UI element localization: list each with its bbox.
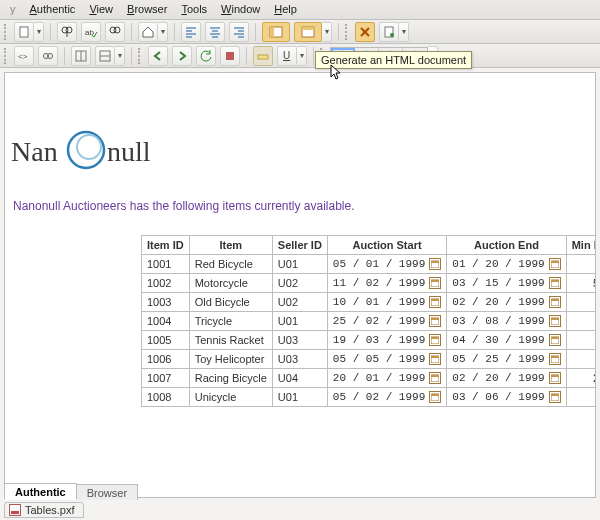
svg-rect-60 [551,337,559,339]
svg-point-26 [390,33,394,37]
calendar-icon[interactable] [549,353,561,365]
cell-auction-end[interactable]: 01 / 20 / 1999 [447,255,566,274]
cell-item-name: Old Bicycle [189,293,272,312]
align-center-icon[interactable] [205,22,225,42]
menu-truncated-left: y [4,1,22,18]
cell-auction-start[interactable]: 11 / 02 / 1999 [327,274,446,293]
cell-min-bid: 200 [566,369,596,388]
script-dropdown[interactable] [399,22,409,42]
toolbar-grip[interactable] [4,24,8,40]
calendar-icon[interactable] [429,372,441,384]
cell-auction-end[interactable]: 03 / 15 / 1999 [447,274,566,293]
table-row[interactable]: 1006Toy HelicopterU0305 / 05 / 199905 / … [142,350,597,369]
toolbar-grip[interactable] [4,48,8,64]
home-icon[interactable] [138,22,158,42]
menu-browser[interactable]: Browser [121,1,173,18]
svg-rect-22 [302,27,314,30]
cell-item-id: 1005 [142,331,190,350]
table-row[interactable]: 1007Racing BicycleU0420 / 01 / 199902 / … [142,369,597,388]
nav-forward-icon[interactable] [172,46,192,66]
table-row[interactable]: 1003Old BicycleU0210 / 01 / 199902 / 20 … [142,293,597,312]
cell-auction-start[interactable]: 05 / 01 / 1999 [327,255,446,274]
find-replace-icon[interactable] [105,22,125,42]
align-right-icon[interactable] [229,22,249,42]
split-view-icon[interactable] [71,46,91,66]
script-icon[interactable] [379,22,399,42]
menu-authentic[interactable]: AAuthenticuthentic [24,1,82,18]
svg-point-39 [77,135,101,159]
view-mode-b[interactable] [294,22,322,42]
new-dropdown[interactable] [34,22,44,42]
cell-auction-end[interactable]: 02 / 20 / 1999 [447,369,566,388]
cell-auction-end[interactable]: 03 / 06 / 1999 [447,388,566,407]
view-tabs: Authentic Browser [4,482,137,500]
home-dropdown[interactable] [158,22,168,42]
table-row[interactable]: 1002MotorcycleU0211 / 02 / 199903 / 15 /… [142,274,597,293]
view-mode-a[interactable] [262,22,290,42]
cell-auction-start[interactable]: 10 / 01 / 1999 [327,293,446,312]
cell-auction-start[interactable]: 05 / 02 / 1999 [327,388,446,407]
format-dropdown[interactable] [297,46,307,66]
cell-auction-end[interactable]: 05 / 25 / 1999 [447,350,566,369]
calendar-icon[interactable] [549,372,561,384]
col-auction-start: Auction Start [327,236,446,255]
calendar-icon[interactable] [549,296,561,308]
menu-tools[interactable]: Tools [175,1,213,18]
calendar-icon[interactable] [549,334,561,346]
stop-icon[interactable] [220,46,240,66]
calendar-icon[interactable] [549,277,561,289]
calendar-icon[interactable] [429,391,441,403]
table-row[interactable]: 1005Tennis RacketU0319 / 03 / 199904 / 3… [142,331,597,350]
calendar-icon[interactable] [549,258,561,270]
cell-auction-end[interactable]: 03 / 08 / 1999 [447,312,566,331]
cell-auction-start[interactable]: 25 / 02 / 1999 [327,312,446,331]
table-row[interactable]: 1008UnicycleU0105 / 02 / 199903 / 06 / 1… [142,388,597,407]
view-tab-authentic[interactable]: Authentic [4,483,77,500]
cancel-icon[interactable] [355,22,375,42]
nav-back-icon[interactable] [148,46,168,66]
cell-auction-end[interactable]: 04 / 30 / 1999 [447,331,566,350]
calendar-icon[interactable] [549,391,561,403]
view-tab-browser[interactable]: Browser [76,484,138,500]
split-horizontal-icon[interactable] [95,46,115,66]
table-row[interactable]: 1004TricycleU0125 / 02 / 199903 / 08 / 1… [142,312,597,331]
calendar-icon[interactable] [429,353,441,365]
cell-item-id: 1007 [142,369,190,388]
reload-icon[interactable] [196,46,216,66]
calendar-icon[interactable] [429,334,441,346]
underline-icon[interactable]: U [277,46,297,66]
svg-point-6 [114,27,120,33]
svg-rect-68 [551,375,559,377]
toolbar-grip[interactable] [345,24,349,40]
cell-auction-start[interactable]: 20 / 01 / 1999 [327,369,446,388]
new-icon[interactable] [14,22,34,42]
toolbar-row-1: ab [0,20,600,44]
calendar-icon[interactable] [429,315,441,327]
table-row[interactable]: 1001Red BicycleU0105 / 01 / 199901 / 20 … [142,255,597,274]
split-dropdown[interactable] [115,46,125,66]
cell-seller-id: U03 [272,331,327,350]
link-icon[interactable] [38,46,58,66]
svg-text:Nan: Nan [11,136,58,167]
find-icon[interactable] [57,22,77,42]
tag-icon[interactable]: <> [14,46,34,66]
view-mode-dropdown[interactable] [322,22,332,42]
calendar-icon[interactable] [429,277,441,289]
svg-rect-58 [431,337,439,339]
calendar-icon[interactable] [549,315,561,327]
calendar-icon[interactable] [429,296,441,308]
toolbar-grip[interactable] [138,48,142,64]
document-area: Nan null Nanonull Auctioneers has the fo… [4,72,596,498]
cell-auction-start[interactable]: 19 / 03 / 1999 [327,331,446,350]
calendar-icon[interactable] [429,258,441,270]
highlight-icon[interactable] [253,46,273,66]
menu-view[interactable]: View [83,1,119,18]
align-left-icon[interactable] [181,22,201,42]
cell-auction-end[interactable]: 02 / 20 / 1999 [447,293,566,312]
cell-auction-start[interactable]: 05 / 05 / 1999 [327,350,446,369]
menu-window[interactable]: Window [215,1,266,18]
cell-item-id: 1001 [142,255,190,274]
file-tab-tables[interactable]: Tables.pxf [4,502,84,518]
spellcheck-icon[interactable]: ab [81,22,101,42]
menu-help[interactable]: Help [268,1,303,18]
